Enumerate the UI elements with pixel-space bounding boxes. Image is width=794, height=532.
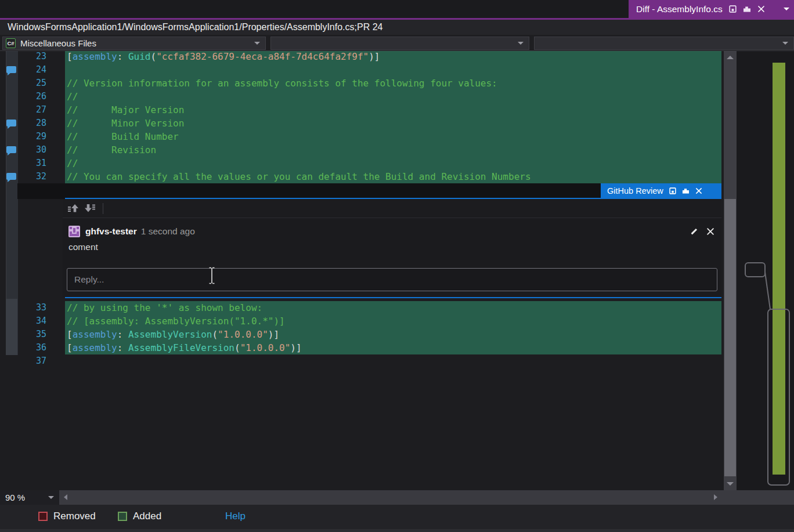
- close-icon[interactable]: [695, 187, 702, 194]
- review-panel-body: ghfvs-tester 1 second ago coment: [63, 199, 721, 297]
- help-link[interactable]: Help: [225, 511, 246, 522]
- breadcrumb: WindowsFormsApplication1/WindowsFormsApp…: [0, 20, 794, 35]
- code-text: [assembly: AssemblyFileVersion("1.0.0.0"…: [65, 341, 721, 354]
- line-number: 31: [17, 157, 46, 170]
- scroll-left-arrow[interactable]: [64, 494, 67, 500]
- code-text: //: [65, 157, 721, 170]
- window-bottom-edge: [0, 529, 794, 532]
- next-comment-button[interactable]: [84, 204, 95, 213]
- overview-connector: [765, 272, 770, 309]
- line-number: 34: [17, 314, 46, 328]
- code-text: // [assembly: AssemblyVersion("1.0.*")]: [65, 314, 721, 328]
- code-line-30: 30// Revision: [0, 143, 721, 157]
- code-line-36: 36[assembly: AssemblyFileVersion("1.0.0.…: [0, 341, 721, 354]
- code-line-25: 25// Version information for an assembly…: [0, 77, 721, 90]
- reply-input[interactable]: [67, 268, 717, 291]
- removed-legend-swatch: [38, 512, 48, 521]
- code-line-26: 26//: [0, 90, 721, 103]
- csharp-file-icon: C#: [6, 38, 16, 48]
- vertical-scrollbar[interactable]: [724, 51, 737, 490]
- vs-diff-window: Diff - AssemblyInfo.cs WindowsFormsAppli…: [0, 0, 794, 532]
- previous-comment-button[interactable]: [68, 204, 79, 213]
- scroll-right-arrow[interactable]: [714, 494, 717, 500]
- code-text: // Revision: [65, 143, 721, 157]
- line-number: 26: [17, 90, 46, 103]
- editor-navigation-bar: C# Miscellaneous Files: [0, 35, 794, 51]
- keep-open-icon[interactable]: [729, 5, 737, 13]
- line-number: 32: [17, 170, 46, 183]
- project-dropdown[interactable]: C# Miscellaneous Files: [2, 37, 266, 50]
- zoom-level-value: 90 %: [5, 493, 25, 502]
- toolbar-separator: [103, 203, 103, 214]
- code-line-23: 23[assembly: Guid("ccfaf382-6679-4eca-a8…: [0, 51, 721, 63]
- code-text: [65, 63, 721, 77]
- line-number: 30: [17, 143, 46, 157]
- document-tab-title: Diff - AssemblyInfo.cs: [636, 4, 723, 15]
- member-dropdown[interactable]: [534, 37, 794, 50]
- line-number: 37: [17, 354, 46, 368]
- code-text: // Major Version: [65, 103, 721, 117]
- code-text: // Version information for an assembly c…: [65, 77, 721, 90]
- dock-icon[interactable]: [682, 187, 690, 194]
- code-text: // Build Number: [65, 130, 721, 143]
- code-line-32: 32// You can specify all the values or y…: [0, 170, 721, 183]
- code-line-28: 28// Minor Version: [0, 117, 721, 130]
- code-line-31: 31//: [0, 157, 721, 170]
- chevron-down-icon: [782, 42, 788, 45]
- line-number: 25: [17, 77, 46, 90]
- keep-open-icon[interactable]: [669, 187, 676, 194]
- diff-editor[interactable]: 23[assembly: Guid("ccfaf382-6679-4eca-a8…: [0, 51, 794, 490]
- github-review-panel: GitHub Review: [0, 183, 721, 298]
- zoom-level-dropdown[interactable]: 90 %: [0, 490, 59, 505]
- overview-graphic: [737, 51, 794, 490]
- review-toolbar: [63, 199, 721, 218]
- code-text: // by using the '*' as shown below:: [65, 301, 721, 314]
- review-tab-label: GitHub Review: [607, 186, 663, 196]
- overview-handle: [745, 263, 765, 277]
- tab-list-chevron-icon[interactable]: [784, 8, 789, 10]
- chevron-down-icon: [518, 42, 524, 45]
- window-titlebar: Diff - AssemblyInfo.cs: [0, 0, 794, 18]
- code-line-29: 29// Build Number: [0, 130, 721, 143]
- avatar: [68, 226, 80, 237]
- line-number: 27: [17, 103, 46, 117]
- added-legend-label: Added: [133, 511, 161, 522]
- dock-icon[interactable]: [743, 5, 751, 13]
- code-text: [assembly: AssemblyVersion("1.0.0.0")]: [65, 328, 721, 341]
- code-line-27: 27// Major Version: [0, 103, 721, 117]
- line-number: 35: [17, 328, 46, 341]
- line-number: 23: [17, 51, 46, 63]
- comment-body: coment: [68, 242, 98, 252]
- code-line-37: 37: [0, 354, 721, 368]
- diff-legend-bar: Removed Added Help: [0, 505, 794, 529]
- document-tab[interactable]: Diff - AssemblyInfo.cs: [629, 0, 794, 18]
- line-number: 24: [17, 63, 46, 77]
- edit-comment-icon[interactable]: [690, 227, 699, 236]
- scroll-up-arrow[interactable]: [727, 56, 734, 59]
- comment-author: ghfvs-tester: [85, 226, 137, 237]
- horizontal-scrollbar[interactable]: 90 %: [0, 490, 794, 505]
- code-text: // You can specify all the values or you…: [65, 170, 721, 183]
- project-dropdown-label: Miscellaneous Files: [20, 38, 96, 48]
- delete-comment-icon[interactable]: [706, 227, 714, 236]
- code-text: //: [65, 90, 721, 103]
- code-line-33: 33// by using the '*' as shown below:: [0, 301, 721, 314]
- line-number: 28: [17, 117, 46, 130]
- mouse-cursor-ibeam: [208, 267, 216, 287]
- review-panel-bottom-line: [65, 297, 721, 298]
- code-text: [assembly: Guid("ccfaf382-6679-4eca-a84f…: [65, 51, 721, 63]
- removed-legend-label: Removed: [53, 511, 96, 522]
- line-number: 36: [17, 341, 46, 354]
- code-lines-top: 23[assembly: Guid("ccfaf382-6679-4eca-a8…: [0, 51, 721, 183]
- code-line-34: 34// [assembly: AssemblyVersion("1.0.*")…: [0, 314, 721, 328]
- diff-overview-margin[interactable]: [737, 51, 794, 490]
- chevron-down-icon: [48, 496, 54, 499]
- close-icon[interactable]: [757, 5, 765, 13]
- code-text: // Minor Version: [65, 117, 721, 130]
- added-legend-swatch: [118, 512, 127, 521]
- scroll-down-arrow[interactable]: [727, 482, 734, 486]
- type-dropdown[interactable]: [270, 37, 529, 50]
- code-lines-bottom: 33// by using the '*' as shown below:34/…: [0, 301, 721, 368]
- tab-github-review[interactable]: GitHub Review: [601, 183, 721, 198]
- vertical-scrollbar-thumb[interactable]: [724, 199, 736, 476]
